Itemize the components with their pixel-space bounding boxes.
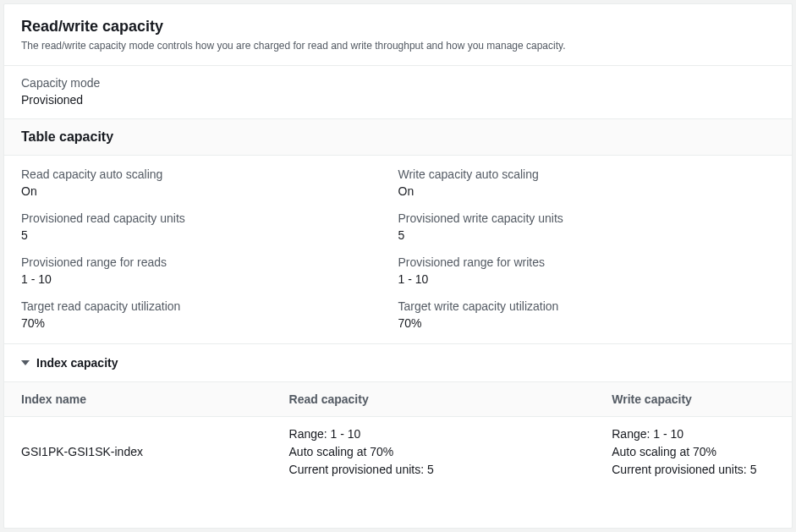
capacity-mode-label: Capacity mode [21, 76, 775, 90]
index-capacity-toggle[interactable]: Index capacity [4, 344, 792, 382]
write-scaling-line: Auto scaling at 70% [612, 443, 775, 461]
write-target-util-label: Target write capacity utilization [398, 299, 776, 313]
caret-down-icon [21, 359, 30, 367]
table-capacity-header: Table capacity [4, 119, 792, 156]
read-range-line: Range: 1 - 10 [289, 425, 579, 443]
write-provisioned-units-label: Provisioned write capacity units [398, 211, 776, 225]
read-capacity-cell: Range: 1 - 10 Auto scaling at 70% Curren… [272, 416, 596, 487]
write-range-line: Range: 1 - 10 [612, 425, 775, 443]
read-target-util-value: 70% [21, 316, 398, 330]
capacity-panel: Read/write capacity The read/write capac… [3, 3, 793, 529]
index-capacity-table: Index name Read capacity Write capacity … [4, 382, 792, 487]
page-title: Read/write capacity [21, 18, 775, 36]
read-range-label: Provisioned range for reads [21, 255, 398, 269]
read-provisioned-units-value: 5 [21, 228, 398, 242]
write-capacity-cell: Range: 1 - 10 Auto scaling at 70% Curren… [595, 416, 792, 487]
capacity-mode-value: Provisioned [21, 93, 775, 107]
panel-header: Read/write capacity The read/write capac… [4, 4, 792, 66]
read-range-value: 1 - 10 [21, 272, 398, 286]
read-autoscaling-value: On [21, 184, 398, 198]
read-provisioned-units-label: Provisioned read capacity units [21, 211, 398, 225]
write-target-util-value: 70% [398, 316, 776, 330]
read-capacity-column: Read capacity auto scaling On Provisione… [21, 167, 398, 330]
write-current-line: Current provisioned units: 5 [612, 461, 775, 479]
capacity-mode-section: Capacity mode Provisioned [4, 66, 792, 119]
col-index-name: Index name [4, 382, 272, 417]
write-autoscaling-label: Write capacity auto scaling [398, 167, 776, 181]
write-range-value: 1 - 10 [398, 272, 776, 286]
write-capacity-column: Write capacity auto scaling On Provision… [398, 167, 776, 330]
read-scaling-line: Auto scaling at 70% [289, 443, 579, 461]
write-range-label: Provisioned range for writes [398, 255, 776, 269]
table-row: GSI1PK-GSI1SK-index Range: 1 - 10 Auto s… [4, 416, 792, 487]
col-read-capacity: Read capacity [272, 382, 596, 417]
page-subtitle: The read/write capacity mode controls ho… [21, 39, 775, 53]
index-name-cell: GSI1PK-GSI1SK-index [4, 416, 272, 487]
read-current-line: Current provisioned units: 5 [289, 461, 579, 479]
read-target-util-label: Target read capacity utilization [21, 299, 398, 313]
table-capacity-title: Table capacity [21, 129, 775, 145]
index-capacity-title: Index capacity [36, 356, 118, 370]
write-autoscaling-value: On [398, 184, 776, 198]
table-capacity-body: Read capacity auto scaling On Provisione… [4, 156, 792, 344]
col-write-capacity: Write capacity [595, 382, 792, 417]
read-autoscaling-label: Read capacity auto scaling [21, 167, 398, 181]
write-provisioned-units-value: 5 [398, 228, 776, 242]
